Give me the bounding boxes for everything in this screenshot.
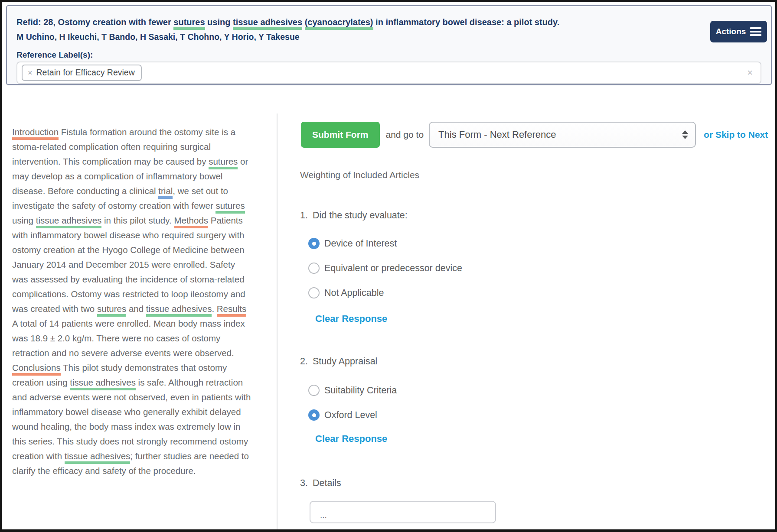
clear-response-link-q2[interactable]: Clear Response: [315, 433, 387, 444]
text-run: in inflammatory bowel disease: a pilot s…: [373, 17, 560, 27]
hamburger-icon: [750, 27, 761, 36]
form-section-heading: Weighting of Included Articles: [300, 170, 419, 180]
actions-button-label: Actions: [716, 27, 746, 36]
submit-row: Submit Form and go to This Form - Next R…: [301, 122, 768, 148]
remove-tag-icon[interactable]: ×: [28, 69, 33, 77]
actions-button[interactable]: Actions: [710, 21, 767, 42]
reference-authors: M Uchino, H Ikeuchi, T Bando, H Sasaki, …: [16, 32, 300, 42]
highlighted-term: tissue adhesives: [233, 17, 302, 30]
reference-labels-field[interactable]: × Retain for Efficacy Review ×: [16, 62, 761, 84]
clear-labels-icon[interactable]: ×: [747, 68, 753, 78]
reference-title: Refid: 28, Ostomy creation with fewer su…: [16, 16, 697, 29]
highlighted-term: (cyanoacrylates): [305, 17, 373, 30]
highlighted-term: tissue adhesives: [70, 377, 136, 390]
radio-button[interactable]: [308, 238, 320, 249]
radio-option-label: Not Applicable: [324, 288, 384, 298]
radio-option-device-of-interest[interactable]: Device of Interest: [308, 238, 397, 249]
highlighted-term: Methods: [174, 215, 208, 228]
text-run: using: [205, 17, 233, 27]
reference-label-tag-text: Retain for Efficacy Review: [36, 68, 135, 78]
reference-header-card: Refid: 28, Ostomy creation with fewer su…: [6, 5, 772, 85]
radio-button[interactable]: [308, 385, 320, 396]
radio-option-not-applicable[interactable]: Not Applicable: [308, 287, 384, 298]
question-2-number: 2.: [300, 356, 313, 367]
text-run: and: [126, 304, 146, 314]
radio-button[interactable]: [308, 287, 320, 298]
text-run: Refid: 28, Ostomy creation with fewer: [16, 17, 173, 27]
text-run: is safe. Although retraction and adverse…: [12, 377, 251, 461]
highlighted-term: sutures: [173, 17, 205, 30]
submit-form-button[interactable]: Submit Form: [301, 122, 380, 148]
highlighted-term: tissue adhesives: [65, 451, 131, 464]
text-run: Patients with inflammatory bowel disease…: [12, 215, 245, 314]
question-1-text: Did the study evaluate:: [313, 210, 408, 221]
radio-option-label: Oxford Level: [324, 410, 377, 421]
highlighted-term: trial: [158, 186, 173, 199]
question-2-text: Study Appraisal: [313, 356, 377, 367]
text-run: using: [12, 215, 36, 225]
highlighted-term: sutures: [209, 156, 238, 169]
highlighted-term: sutures: [215, 201, 245, 214]
reference-label-tag[interactable]: × Retain for Efficacy Review: [22, 65, 142, 81]
abstract-text: Introduction Fistula formation around th…: [12, 125, 252, 478]
question-2: 2. Study Appraisal: [300, 356, 377, 367]
highlighted-term: Conclusions: [12, 363, 61, 376]
radio-button[interactable]: [308, 409, 320, 421]
clear-response-link-q1[interactable]: Clear Response: [315, 313, 387, 324]
and-go-to-label: and go to: [386, 130, 424, 140]
skip-to-next-link[interactable]: or Skip to Next: [704, 130, 768, 140]
text-run: .: [212, 304, 216, 314]
destination-select[interactable]: This Form - Next Reference: [429, 122, 696, 148]
radio-option-oxford-level[interactable]: Oxford Level: [308, 409, 377, 421]
highlighted-term: tissue adhesives: [36, 215, 102, 228]
highlighted-term: sutures: [97, 304, 126, 317]
radio-button[interactable]: [308, 263, 320, 274]
text-run: in this pilot study.: [101, 215, 174, 225]
radio-option-suitability-criteria[interactable]: Suitability Criteria: [308, 385, 397, 396]
text-run: A total of 14 patients were enrolled. Me…: [12, 318, 245, 358]
radio-option-label: Suitability Criteria: [324, 385, 397, 396]
question-3-text: Details: [313, 478, 341, 489]
text-run: [302, 17, 305, 27]
pane-divider: [277, 114, 278, 530]
destination-select-value: This Form - Next Reference: [438, 129, 556, 140]
radio-option-equivalent-device[interactable]: Equivalent or predecessor device: [308, 263, 462, 274]
radio-option-label: Equivalent or predecessor device: [324, 263, 462, 274]
question-3-number: 3.: [300, 478, 313, 489]
details-input[interactable]: [310, 501, 496, 523]
highlighted-term: Introduction: [12, 127, 59, 140]
question-1: 1. Did the study evaluate:: [300, 210, 408, 221]
question-1-number: 1.: [300, 210, 313, 221]
reference-review-screen: Refid: 28, Ostomy creation with fewer su…: [0, 0, 777, 532]
highlighted-term: tissue adhesives: [146, 304, 212, 317]
radio-option-label: Device of Interest: [324, 238, 397, 249]
highlighted-term: Results: [217, 304, 246, 317]
reference-labels-label: Reference Label(s):: [16, 50, 93, 60]
up-down-arrows-icon: [682, 130, 688, 139]
question-3: 3. Details: [300, 478, 341, 489]
